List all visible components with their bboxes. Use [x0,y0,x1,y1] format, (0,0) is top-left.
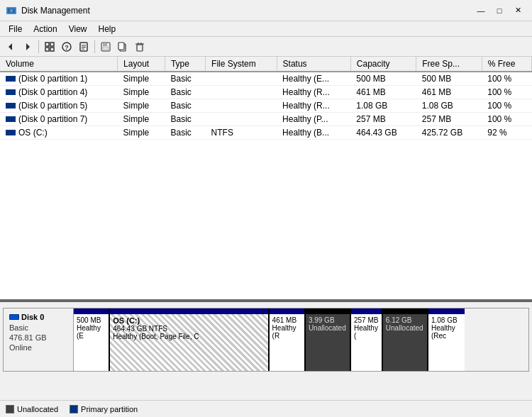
cell-status: Healthy (R... [277,99,350,113]
title-bar: Disk Management — □ ✕ [0,0,532,21]
cell-pctfree: 92 % [482,126,531,140]
cell-type: Basic [165,72,205,86]
partition-status: Unallocated [386,324,424,332]
minimize-button[interactable]: — [472,4,489,18]
toolbar-save-button[interactable] [98,39,113,55]
disk-name: Disk 0 [9,313,67,322]
svg-marker-5 [26,43,30,50]
cell-status: Healthy (B... [277,126,350,140]
partition-size: 500 MB [77,316,106,324]
cell-volume: (Disk 0 partition 7) [0,113,118,126]
table-area[interactable]: Volume Layout Type File System Status Ca… [0,57,532,301]
cell-layout: Simple [118,72,165,86]
legend-unallocated: Unallocated [6,405,58,413]
cell-capacity: 461 MB [350,86,416,99]
svg-rect-8 [45,48,49,51]
cell-capacity: 464.43 GB [350,126,416,140]
col-status[interactable]: Status [277,57,350,72]
svg-rect-6 [45,43,49,46]
partition-size: 461 MB [272,316,301,324]
maximize-button[interactable]: □ [491,4,508,18]
svg-rect-17 [103,43,107,46]
table-row[interactable]: (Disk 0 partition 5) Simple Basic Health… [0,99,532,113]
cell-layout: Simple [118,126,165,140]
legend-primary-box [70,405,78,413]
cell-volume: (Disk 0 partition 4) [0,86,118,99]
toolbar-properties-button[interactable] [76,39,92,55]
title-bar-controls[interactable]: — □ ✕ [472,4,526,18]
toolbar-delete-button[interactable] [132,39,148,55]
partition-size: 464.43 GB NTFS [113,325,265,333]
cell-free: 461 MB [416,86,482,99]
legend-primary-label: Primary partition [81,405,138,413]
toolbar-show-hide-button[interactable] [42,39,57,55]
disk-partition[interactable]: OS (C:) 464.43 GB NTFS Healthy (Boot, Pa… [110,308,269,371]
menu-help[interactable]: Help [93,23,122,35]
disk-partition[interactable]: 461 MB Healthy (R [270,308,306,371]
menu-view[interactable]: View [63,23,93,35]
partition-status: Healthy ( [354,324,379,340]
col-capacity[interactable]: Capacity [350,57,416,72]
disk-partition[interactable]: 500 MB Healthy (E [74,308,110,371]
menu-bar: File Action View Help [0,21,532,37]
disk-partition[interactable]: 3.99 GB Unallocated [306,308,351,371]
cell-status: Healthy (E... [277,72,350,86]
menu-file[interactable]: File [3,23,28,35]
toolbar-copy-button[interactable] [115,39,131,55]
col-pctfree[interactable]: % Free [482,57,531,72]
col-filesystem[interactable]: File System [206,57,277,72]
table-row[interactable]: (Disk 0 partition 7) Simple Basic Health… [0,113,532,126]
toolbar-back-button[interactable] [3,39,18,55]
cell-free: 425.72 GB [416,126,482,140]
cell-type: Basic [165,86,205,99]
toolbar-forward-button[interactable] [20,39,35,55]
disk-partition[interactable]: 1.08 GB Healthy (Rec [428,308,465,371]
table-row[interactable]: OS (C:) Simple Basic NTFS Healthy (B... … [0,126,532,140]
cell-volume: OS (C:) [0,126,118,140]
cell-free: 257 MB [416,113,482,126]
cell-layout: Simple [118,86,165,99]
title-bar-left: Disk Management [6,5,90,16]
cell-pctfree: 100 % [482,72,531,86]
col-free[interactable]: Free Sp... [416,57,482,72]
toolbar-help-button[interactable]: ? [59,39,74,55]
cell-status: Healthy (R... [277,86,350,99]
table-row[interactable]: (Disk 0 partition 1) Simple Basic Health… [0,72,532,86]
col-type[interactable]: Type [165,57,205,72]
cell-capacity: 257 MB [350,113,416,126]
partition-header [270,308,304,314]
legend-unallocated-label: Unallocated [17,405,58,413]
cell-capacity: 1.08 GB [350,99,416,113]
cell-filesystem [206,99,277,113]
cell-type: Basic [165,113,205,126]
disk-icon [9,313,19,321]
col-volume[interactable]: Volume [0,57,118,72]
close-button[interactable]: ✕ [509,4,526,18]
cell-pctfree: 100 % [482,99,531,113]
partition-size: 3.99 GB [309,316,347,324]
disk-label: Disk 0 Basic 476.81 GB Online [3,308,74,372]
partition-status: Healthy (E [77,324,106,340]
disk-area: Disk 0 Basic 476.81 GB Online 500 MB Hea… [0,301,532,400]
disk-mgmt-icon [6,5,17,16]
disk-size: 476.81 GB [9,333,67,342]
partition-header [306,308,350,314]
col-layout[interactable]: Layout [118,57,165,72]
toolbar-separator-2 [94,40,95,53]
partition-status: Unallocated [309,324,347,332]
svg-rect-21 [137,45,143,51]
disk-status: Online [9,343,67,352]
partition-header [428,308,465,314]
disk-type: Basic [9,323,67,332]
cell-layout: Simple [118,99,165,113]
disk-partition[interactable]: 257 MB Healthy ( [351,308,383,371]
disk-partitions: 500 MB Healthy (E OS (C:) 464.43 GB NTFS… [74,308,529,372]
partition-size: 1.08 GB [431,316,462,324]
cell-layout: Simple [118,113,165,126]
partition-size: 6.12 GB [386,316,424,324]
partition-header [383,308,427,314]
table-row[interactable]: (Disk 0 partition 4) Simple Basic Health… [0,86,532,99]
disk-partition[interactable]: 6.12 GB Unallocated [383,308,428,371]
menu-action[interactable]: Action [28,23,62,35]
legend-unallocated-box [6,405,14,413]
